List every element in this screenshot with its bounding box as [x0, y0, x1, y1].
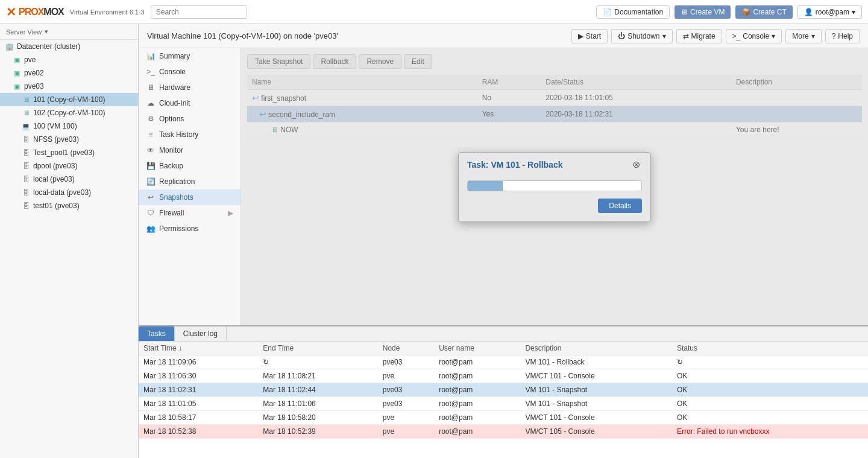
storage-icon: 🗄 — [21, 135, 31, 144]
modal-footer: Details — [467, 199, 642, 213]
documentation-button[interactable]: 📄 Documentation — [596, 5, 670, 19]
sidebar-item-testpool1[interactable]: 🗄 Test_pool1 (pve03) — [0, 146, 138, 159]
datacenter-icon: 🏢 — [5, 42, 14, 51]
node-icon: ▣ — [12, 81, 22, 91]
nav-permissions[interactable]: 👥 Permissions — [139, 221, 241, 237]
help-icon: ? — [832, 32, 836, 40]
terminal-icon: >_ — [146, 68, 156, 76]
table-row[interactable]: Mar 18 11:06:30 Mar 18 11:08:21 pve root… — [139, 369, 868, 383]
sidebar-item-nfss[interactable]: 🗄 NFSS (pve03) — [0, 133, 138, 146]
sidebar-header: Server View ▾ — [0, 24, 138, 40]
sidebar-item-test01[interactable]: 🗄 test01 (pve03) — [0, 199, 138, 212]
nav-snapshots[interactable]: ↩ Snapshots — [139, 189, 241, 205]
nav-replication[interactable]: 🔄 Replication — [139, 174, 241, 189]
modal-title: Task: VM 101 - Rollback — [467, 160, 562, 170]
modal-close-button[interactable]: ⊗ — [630, 159, 642, 171]
user-icon: 👤 — [804, 8, 813, 16]
col-user: User name — [434, 342, 520, 355]
tab-tasks[interactable]: Tasks — [139, 326, 175, 341]
sidebar-item-pve03[interactable]: ▣ pve03 — [0, 80, 138, 93]
nav-options[interactable]: ⚙ Options — [139, 111, 241, 127]
storage-icon: 🗄 — [21, 148, 31, 157]
vm-icon: 🖥 — [21, 95, 31, 104]
table-row[interactable]: Mar 18 10:52:38 Mar 18 10:52:39 pve root… — [139, 425, 868, 439]
sidebar-item-pve02[interactable]: ▣ pve02 — [0, 66, 138, 80]
vm2-icon: 💻 — [21, 121, 31, 131]
modal-overlay: Task: VM 101 - Rollback ⊗ Details — [241, 48, 868, 325]
tab-cluster-log[interactable]: Cluster log — [175, 326, 227, 341]
logo-x: ✕ — [6, 5, 16, 19]
table-row[interactable]: Mar 18 11:01:05 Mar 18 11:01:06 pve03 ro… — [139, 397, 868, 411]
firewall-arrow: ▶ — [228, 209, 233, 217]
nav-console[interactable]: >_ Console — [139, 64, 241, 80]
modal-header: Task: VM 101 - Rollback ⊗ — [459, 153, 650, 176]
console-button[interactable]: >_ Console ▾ — [726, 29, 782, 43]
sidebar-item-vm-101[interactable]: 🖥 101 (Copy-of-VM-100) — [0, 93, 138, 106]
sidebar-item-local[interactable]: 🗄 local (pve03) — [0, 173, 138, 186]
sidebar-item-datacenter[interactable]: 🏢 Datacenter (cluster) — [0, 40, 138, 53]
sidebar-item-dpool[interactable]: 🗄 dpool (pve03) — [0, 159, 138, 173]
logo: ✕ PROXMOX — [6, 5, 64, 19]
progress-bar-container — [467, 180, 642, 191]
action-buttons: ▶ Start ⏻ Shutdown ▾ ⇄ Migrate >_ Consol… — [571, 29, 860, 43]
table-row[interactable]: Mar 18 10:58:17 Mar 18 10:58:20 pve root… — [139, 411, 868, 425]
migrate-icon: ⇄ — [683, 32, 689, 40]
bottom-panel: Tasks Cluster log Start Time ↓ End Time … — [139, 325, 868, 458]
side-nav: 📊 Summary >_ Console 🖥 Hardware ☁ Cloud-… — [139, 48, 241, 325]
spinning-icon: ↻ — [263, 358, 269, 366]
page-title: Virtual Machine 101 (Copy-of-VM-100) on … — [147, 31, 338, 40]
sidebar-item-vm-102[interactable]: 🖥 102 (Copy-of-VM-100) — [0, 106, 138, 119]
tasks-table: Start Time ↓ End Time Node User name Des… — [139, 342, 868, 439]
table-row[interactable]: Mar 18 11:09:06 ↻ pve03 root@pam VM 101 … — [139, 355, 868, 369]
sidebar-item-local-data[interactable]: 🗄 local-data (pve03) — [0, 186, 138, 199]
nav-firewall[interactable]: 🛡 Firewall ▶ — [139, 205, 241, 221]
cloud-icon: ☁ — [146, 99, 156, 107]
monitor-icon: 🖥 — [681, 8, 688, 16]
create-ct-button[interactable]: 📦 Create CT — [735, 5, 792, 19]
table-row[interactable]: Mar 18 11:02:31 Mar 18 11:02:44 pve03 ro… — [139, 383, 868, 397]
container-icon: 📦 — [741, 8, 750, 16]
shutdown-icon: ⏻ — [618, 32, 625, 40]
modal-body: Details — [459, 176, 650, 221]
progress-bar-fill — [468, 181, 503, 191]
nav-summary[interactable]: 📊 Summary — [139, 48, 241, 64]
bottom-tabs: Tasks Cluster log — [139, 326, 868, 342]
migrate-button[interactable]: ⇄ Migrate — [676, 29, 722, 43]
options-icon: ⚙ — [146, 115, 156, 123]
nav-monitor[interactable]: 👁 Monitor — [139, 142, 241, 158]
app-version: Virtual Environment 6.1-3 — [70, 8, 145, 16]
firewall-icon: 🛡 — [146, 209, 156, 217]
col-start-time: Start Time ↓ — [139, 342, 258, 355]
chevron-down-icon: ▾ — [772, 32, 775, 40]
side-content: 📊 Summary >_ Console 🖥 Hardware ☁ Cloud-… — [139, 48, 868, 325]
node-icon: ▣ — [12, 55, 22, 65]
backup-icon: 💾 — [146, 162, 156, 170]
more-button[interactable]: More ▾ — [785, 29, 821, 43]
nav-backup[interactable]: 💾 Backup — [139, 158, 241, 174]
nav-hardware[interactable]: 🖥 Hardware — [139, 80, 241, 95]
col-status: Status — [672, 342, 868, 355]
content-area: Virtual Machine 101 (Copy-of-VM-100) on … — [139, 24, 868, 458]
chevron-down-icon: ▾ — [45, 28, 48, 36]
chevron-down-icon: ▾ — [662, 32, 666, 40]
search-input[interactable] — [151, 5, 247, 19]
start-icon: ▶ — [578, 32, 583, 40]
create-vm-button[interactable]: 🖥 Create VM — [675, 5, 731, 19]
details-button[interactable]: Details — [598, 199, 642, 213]
shutdown-button[interactable]: ⏻ Shutdown ▾ — [611, 29, 672, 43]
vm-icon: 🖥 — [21, 108, 31, 118]
spinning-icon: ↻ — [677, 358, 683, 366]
snapshot-icon: ↩ — [146, 193, 156, 202]
user-menu-button[interactable]: 👤 root@pam ▾ — [797, 5, 862, 19]
replication-icon: 🔄 — [146, 177, 156, 186]
start-button[interactable]: ▶ Start — [571, 29, 608, 43]
sidebar-item-vm-100[interactable]: 💻 100 (VM 100) — [0, 119, 138, 133]
nav-cloud-init[interactable]: ☁ Cloud-Init — [139, 95, 241, 111]
hardware-icon: 🖥 — [146, 83, 156, 92]
sidebar-item-pve[interactable]: ▣ pve — [0, 53, 138, 66]
list-icon: ≡ — [146, 130, 156, 139]
help-button[interactable]: ? Help — [825, 29, 860, 43]
sidebar-view-label: Server View — [6, 28, 42, 36]
nav-task-history[interactable]: ≡ Task History — [139, 127, 241, 142]
col-end-time: End Time — [258, 342, 377, 355]
